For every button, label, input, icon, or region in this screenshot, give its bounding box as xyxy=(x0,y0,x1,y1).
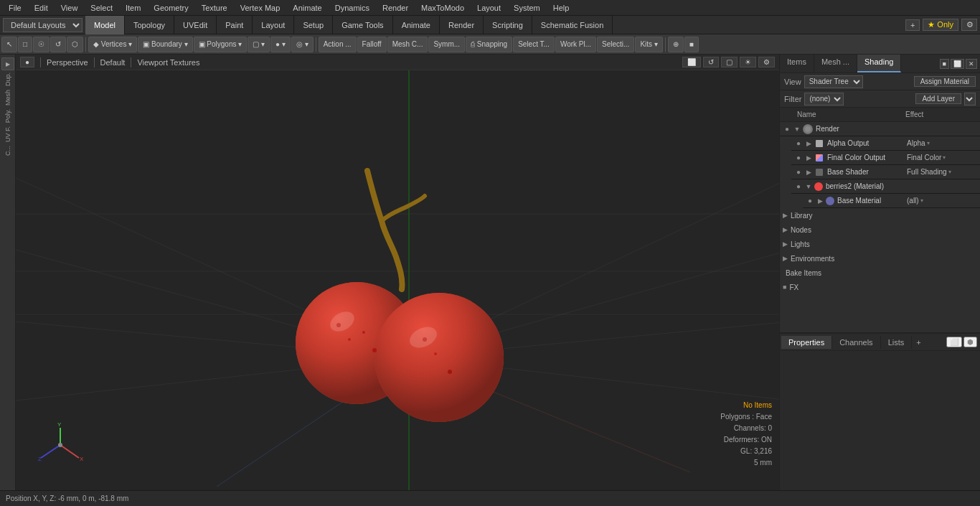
st-vis-baseshader[interactable]: ● xyxy=(793,167,804,178)
st-row-alpha[interactable]: ● ▶ Alpha Output Alpha ▾ xyxy=(791,136,980,151)
tool-select-arrow[interactable]: ↖ xyxy=(1,37,17,52)
pp-tab-lists[interactable]: Lists xyxy=(881,336,913,349)
pp-tab-plus[interactable]: + xyxy=(912,336,925,349)
st-section-bakeitems[interactable]: Bake Items xyxy=(780,266,980,280)
st-section-lights[interactable]: ▶ Lights xyxy=(780,237,980,251)
st-expand-baseshader[interactable]: ▶ xyxy=(804,167,813,178)
st-section-library[interactable]: ▶ Library xyxy=(780,208,980,222)
pp-tab-properties[interactable]: Properties xyxy=(781,336,832,349)
tool-vertices[interactable]: ◆ Vertices ▾ xyxy=(88,37,137,52)
tool-mode4[interactable]: ▢ ▾ xyxy=(248,37,270,52)
st-vis-berries2[interactable]: ● xyxy=(793,181,804,192)
rp-tab-shading[interactable]: Shading xyxy=(857,55,901,72)
viewport-icon-settings[interactable]: ⚙ xyxy=(758,57,775,67)
rp-maximize-btn[interactable]: ⬜ xyxy=(951,59,964,69)
add-layout-button[interactable]: + xyxy=(905,19,920,31)
tab-model[interactable]: Model xyxy=(85,16,125,34)
tool-action[interactable]: Action ... xyxy=(319,37,357,52)
tool-symmetry[interactable]: Symm... xyxy=(428,37,465,52)
viewport-icon-3[interactable]: ▢ xyxy=(721,57,738,67)
tool-add[interactable]: ⊕ xyxy=(668,37,684,52)
pp-tab-channels[interactable]: Channels xyxy=(832,336,880,349)
tab-game-tools[interactable]: Game Tools xyxy=(333,16,393,34)
viewport-canvas[interactable]: .gridline { stroke: #666; stroke-width: … xyxy=(16,70,779,490)
menu-view[interactable]: View xyxy=(55,2,84,14)
st-row-finalcolor[interactable]: ● ▶ Final Color Output Final Color ▾ xyxy=(791,151,980,165)
add-layer-button[interactable]: Add Layer xyxy=(915,93,961,104)
menu-select[interactable]: Select xyxy=(85,2,118,14)
st-expand-finalcolor[interactable]: ▶ xyxy=(804,152,813,164)
tool-mode6[interactable]: ◎ ▾ xyxy=(291,37,314,52)
pp-icon-resize[interactable]: ⬢ xyxy=(963,337,977,347)
tool-options[interactable]: ■ xyxy=(684,37,699,52)
st-vis-alpha[interactable]: ● xyxy=(793,138,804,149)
menu-layout[interactable]: Layout xyxy=(471,2,507,14)
menu-item[interactable]: Item xyxy=(120,2,146,14)
rp-tab-mesh[interactable]: Mesh ... xyxy=(814,55,857,72)
tab-animate[interactable]: Animate xyxy=(393,16,440,34)
rp-view-select[interactable]: Shader Tree xyxy=(804,75,863,88)
tab-topology[interactable]: Topology xyxy=(125,16,174,34)
tool-kits[interactable]: Kits ▾ xyxy=(635,37,662,52)
star-only-button[interactable]: ★ Only xyxy=(923,19,958,31)
tab-scripting[interactable]: Scripting xyxy=(484,16,532,34)
tool-boundary[interactable]: ▣ Boundary ▾ xyxy=(138,37,192,52)
tab-render[interactable]: Render xyxy=(440,16,484,34)
st-section-nodes[interactable]: ▶ Nodes xyxy=(780,222,980,237)
menu-system[interactable]: System xyxy=(508,2,546,14)
viewport-icon-1[interactable]: ⬜ xyxy=(682,57,701,67)
rp-tab-items[interactable]: Items xyxy=(780,55,814,72)
tool-lasso[interactable]: ☉ xyxy=(33,37,50,52)
menu-file[interactable]: File xyxy=(3,2,27,14)
st-row-baseshader[interactable]: ● ▶ Base Shader Full Shading ▾ xyxy=(791,165,980,179)
st-expand-basematerial[interactable]: ▶ xyxy=(816,195,824,207)
st-section-fx[interactable]: ■ FX xyxy=(780,280,980,294)
assign-material-button[interactable]: Assign Material xyxy=(914,76,976,87)
tool-select-t[interactable]: Select T... xyxy=(513,37,555,52)
menu-geometry[interactable]: Geometry xyxy=(148,2,194,14)
st-expand-render[interactable]: ▼ xyxy=(793,123,801,135)
sidebar-btn-1[interactable]: ▶ xyxy=(1,57,14,70)
rp-filter-select[interactable]: (none) xyxy=(804,93,844,106)
st-row-berries2[interactable]: ● ▼ berries2 (Material) xyxy=(791,179,980,194)
st-vis-finalcolor[interactable]: ● xyxy=(793,152,804,164)
tool-transform[interactable]: ↺ xyxy=(50,37,66,52)
st-row-basematerial[interactable]: ● ▶ Base Material (all) ▾ xyxy=(803,194,980,208)
add-layer-select[interactable]: ▼ xyxy=(964,93,976,106)
tab-schematic[interactable]: Schematic Fusion xyxy=(532,16,613,34)
tool-workplane[interactable]: Work Pl... xyxy=(555,37,596,52)
viewport-toggle-btn[interactable]: ● xyxy=(20,57,34,67)
tool-mesh[interactable]: Mesh C... xyxy=(387,37,428,52)
tool-mode5[interactable]: ● ▾ xyxy=(270,37,291,52)
menu-render[interactable]: Render xyxy=(377,2,414,14)
tab-layout[interactable]: Layout xyxy=(253,16,294,34)
menu-animate[interactable]: Animate xyxy=(287,2,327,14)
rp-icons-btn[interactable]: ■ xyxy=(940,59,949,69)
tab-setup[interactable]: Setup xyxy=(294,16,333,34)
tab-paint[interactable]: Paint xyxy=(217,16,253,34)
layout-settings-button[interactable]: ⚙ xyxy=(961,19,977,31)
st-row-render[interactable]: ● ▼ Render xyxy=(780,122,980,136)
tool-select2[interactable]: □ xyxy=(18,37,32,52)
menu-help[interactable]: Help xyxy=(547,2,575,14)
menu-edit[interactable]: Edit xyxy=(29,2,54,14)
tab-uvedit[interactable]: UVEdit xyxy=(174,16,217,34)
tool-scale[interactable]: ⬡ xyxy=(67,37,83,52)
st-expand-berries2[interactable]: ▼ xyxy=(804,181,813,192)
tool-polygons[interactable]: ▣ Polygons ▾ xyxy=(194,37,248,52)
menu-maxtomode[interactable]: MaxToModo xyxy=(415,2,470,14)
viewport-icon-sun[interactable]: ☀ xyxy=(740,57,756,67)
pp-icon-maximize[interactable]: ⬜ xyxy=(946,337,962,347)
st-expand-alpha[interactable]: ▶ xyxy=(804,138,813,149)
menu-vertex-map[interactable]: Vertex Map xyxy=(235,2,286,14)
tool-falloff[interactable]: Falloff xyxy=(357,37,387,52)
viewport-icon-2[interactable]: ↺ xyxy=(703,57,719,67)
menu-dynamics[interactable]: Dynamics xyxy=(329,2,375,14)
layout-dropdown[interactable]: Default Layouts xyxy=(3,18,83,32)
menu-texture[interactable]: Texture xyxy=(196,2,233,14)
st-vis-render[interactable]: ● xyxy=(781,123,793,135)
tool-snapping[interactable]: ⎙ Snapping xyxy=(466,37,512,52)
st-vis-basematerial[interactable]: ● xyxy=(804,195,816,207)
rp-close-btn[interactable]: ✕ xyxy=(966,59,977,69)
st-section-environments[interactable]: ▶ Environments xyxy=(780,251,980,266)
